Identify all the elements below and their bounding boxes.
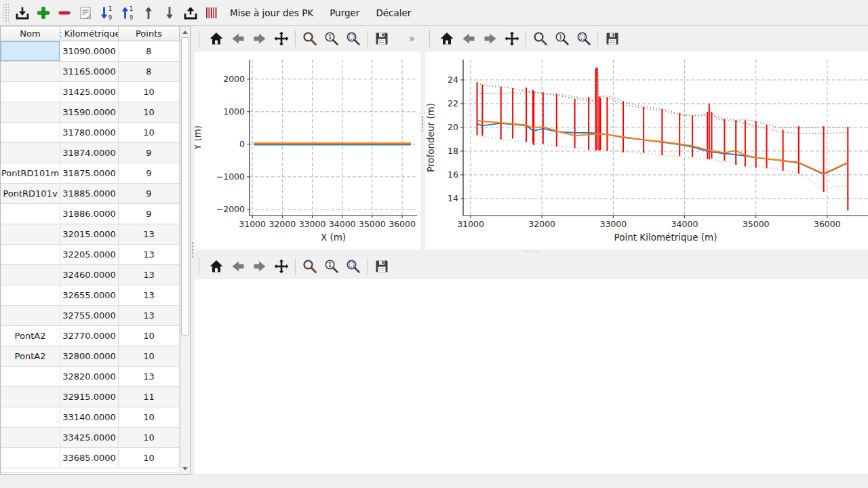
cell-pk[interactable]: 31425.0000 <box>60 82 119 102</box>
column-header-nom[interactable]: Nom <box>1 26 60 41</box>
cell-pk[interactable]: 32755.0000 <box>60 306 119 326</box>
zoom-one-button[interactable]: 1 <box>552 28 572 49</box>
cell-nom[interactable] <box>1 387 60 407</box>
cell-nom[interactable] <box>1 143 60 163</box>
cell-nom[interactable] <box>1 407 60 428</box>
xy-plot-canvas[interactable]: 310003200033000340003500036000−2000−1000… <box>195 52 420 249</box>
save-button[interactable] <box>372 28 391 49</box>
cell-points[interactable]: 13 <box>119 265 180 285</box>
toolbar-handle[interactable] <box>3 4 9 22</box>
import-button[interactable] <box>12 3 32 23</box>
cell-pk[interactable]: 32655.0000 <box>60 285 119 306</box>
cell-nom[interactable]: PontRD101m <box>1 163 60 184</box>
cell-nom[interactable] <box>1 82 60 102</box>
forward-button[interactable] <box>250 28 269 49</box>
sort-ascending-button[interactable]: 19 <box>96 3 116 23</box>
purger-button[interactable]: Purger <box>322 3 367 23</box>
home-button[interactable] <box>206 256 226 277</box>
cell-pk[interactable]: 31886.0000 <box>60 204 119 224</box>
cell-nom[interactable] <box>1 123 60 143</box>
remove-row-button[interactable] <box>54 3 74 23</box>
zoom-fit-button[interactable] <box>343 28 363 49</box>
cell-pk[interactable]: 31590.0000 <box>60 102 119 123</box>
maj-pk-button[interactable]: Mise à jour des PK <box>222 3 321 23</box>
pan-button[interactable] <box>271 256 291 277</box>
cell-nom[interactable] <box>1 306 60 326</box>
toolbar-overflow-chevron[interactable]: » <box>409 33 415 45</box>
cell-points[interactable]: 10 <box>119 102 180 123</box>
cell-points[interactable]: 10 <box>119 448 180 468</box>
back-button[interactable] <box>228 256 248 277</box>
cell-points[interactable]: 13 <box>119 245 180 265</box>
cell-points[interactable]: 8 <box>119 62 180 82</box>
profile-plot-canvas[interactable]: 3100032000330003400035000360001416182022… <box>425 52 868 249</box>
cell-pk[interactable]: 32205.0000 <box>60 245 119 265</box>
export-button[interactable] <box>180 3 200 23</box>
zoom-button[interactable] <box>300 256 319 277</box>
cell-nom[interactable] <box>1 367 60 387</box>
move-down-button[interactable] <box>159 3 179 23</box>
cell-points[interactable]: 10 <box>119 123 180 143</box>
zoom-button[interactable] <box>300 28 319 49</box>
move-up-button[interactable] <box>138 3 158 23</box>
cell-pk[interactable]: 33685.0000 <box>60 448 119 468</box>
cell-points[interactable]: 13 <box>119 285 180 306</box>
cell-points[interactable]: 13 <box>119 224 180 245</box>
cell-pk[interactable]: 31090.0000 <box>60 41 119 62</box>
back-button[interactable] <box>458 28 478 49</box>
cell-points[interactable]: 9 <box>119 184 180 204</box>
cell-points[interactable]: 11 <box>119 387 180 407</box>
cell-nom[interactable] <box>1 41 60 62</box>
cell-nom[interactable] <box>1 204 60 224</box>
cell-points[interactable]: 9 <box>119 143 180 163</box>
zoom-fit-button[interactable] <box>574 28 593 49</box>
cell-nom[interactable]: PontA2 <box>1 326 60 346</box>
scrollbar-thumb[interactable] <box>181 37 189 336</box>
save-button[interactable] <box>372 256 391 277</box>
scroll-up-button[interactable] <box>180 27 190 37</box>
cell-points[interactable]: 13 <box>119 367 180 387</box>
add-row-button[interactable] <box>33 3 53 23</box>
cell-nom[interactable] <box>1 102 60 123</box>
cell-points[interactable]: 9 <box>119 204 180 224</box>
back-button[interactable] <box>228 28 248 49</box>
cell-pk[interactable]: 31165.0000 <box>60 62 119 82</box>
cell-nom[interactable] <box>1 428 60 448</box>
home-button[interactable] <box>437 28 456 49</box>
cell-nom[interactable] <box>1 62 60 82</box>
cell-points[interactable]: 10 <box>119 346 180 367</box>
cell-points[interactable]: 10 <box>119 407 180 428</box>
home-button[interactable] <box>206 28 226 49</box>
cell-nom[interactable] <box>1 245 60 265</box>
cell-pk[interactable]: 32915.0000 <box>60 387 119 407</box>
table-scrollbar[interactable] <box>180 26 190 474</box>
cell-pk[interactable]: 31875.0000 <box>60 163 119 184</box>
zoom-one-button[interactable]: 1 <box>321 256 341 277</box>
column-header-pk[interactable]: t Kilométrique <box>60 26 119 41</box>
cell-pk[interactable]: 31874.0000 <box>60 143 119 163</box>
cell-nom[interactable] <box>1 224 60 245</box>
cell-points[interactable]: 10 <box>119 428 180 448</box>
paste-button[interactable] <box>75 3 95 23</box>
cell-pk[interactable]: 32460.0000 <box>60 265 119 285</box>
cell-nom[interactable] <box>1 265 60 285</box>
sections-button[interactable] <box>201 3 221 23</box>
scroll-down-button[interactable] <box>180 464 190 473</box>
cell-pk[interactable]: 32820.0000 <box>60 367 119 387</box>
decaler-button[interactable]: Décaler <box>368 3 418 23</box>
section-plot-canvas[interactable] <box>195 279 868 474</box>
zoom-button[interactable] <box>530 28 550 49</box>
zoom-one-button[interactable]: 1 <box>321 28 341 49</box>
cell-nom[interactable]: PontA2 <box>1 346 60 367</box>
cell-pk[interactable]: 31780.0000 <box>60 123 119 143</box>
pan-button[interactable] <box>502 28 521 49</box>
cell-points[interactable]: 10 <box>119 326 180 346</box>
cell-pk[interactable]: 32770.0000 <box>60 326 119 346</box>
cell-points[interactable]: 13 <box>119 306 180 326</box>
cell-pk[interactable]: 31885.0000 <box>60 184 119 204</box>
cell-points[interactable]: 10 <box>119 82 180 102</box>
zoom-fit-button[interactable] <box>343 256 363 277</box>
cell-points[interactable]: 9 <box>119 163 180 184</box>
cell-pk[interactable]: 33140.0000 <box>60 407 119 428</box>
cell-nom[interactable] <box>1 285 60 306</box>
